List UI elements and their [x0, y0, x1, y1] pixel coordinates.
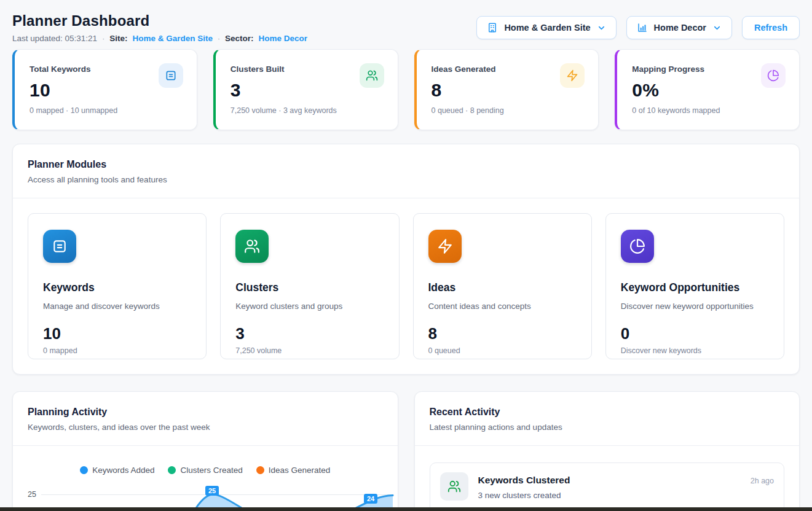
- bar-chart-icon: [637, 22, 648, 33]
- stat-caption: 0 mapped · 10 unmapped: [30, 106, 183, 115]
- planner-modules-panel: Planner Modules Access all planning tool…: [12, 144, 800, 375]
- activity-timestamp: 2h ago: [751, 477, 774, 485]
- module-caption: Discover new keywords: [621, 346, 769, 355]
- chart-legend: Keywords Added Clusters Created Ideas Ge…: [13, 466, 398, 475]
- sector-label: Sector:: [225, 34, 254, 43]
- module-value: 10: [43, 324, 191, 343]
- module-title: Keyword Opportunities: [621, 281, 769, 294]
- activity-item-keywords-clustered: Keywords Clustered 2h ago 3 new clusters…: [430, 462, 785, 511]
- legend-dot-icon: [256, 466, 264, 474]
- module-card-clusters[interactable]: Clusters Keyword clusters and groups 3 7…: [220, 213, 399, 359]
- planning-activity-title: Planning Activity: [28, 407, 383, 418]
- module-value: 3: [235, 324, 384, 343]
- stat-card-mapping-progress: Mapping Progress 0% 0 of 10 keywords map…: [615, 49, 800, 130]
- legend-dot-icon: [168, 466, 176, 474]
- recent-activity-panel: Recent Activity Latest planning actions …: [414, 391, 800, 511]
- legend-item-clusters-created[interactable]: Clusters Created: [168, 466, 242, 475]
- document-icon: [43, 230, 76, 263]
- site-label: Site:: [109, 34, 127, 43]
- legend-label: Keywords Added: [92, 466, 154, 475]
- module-description: Content ideas and concepts: [428, 302, 577, 311]
- taskbar-edge: [0, 507, 812, 511]
- users-icon: [360, 63, 384, 88]
- chevron-down-icon: [597, 23, 606, 33]
- users-icon: [235, 230, 269, 263]
- legend-dot-icon: [80, 466, 88, 474]
- site-selector-value: Home & Garden Site: [504, 23, 590, 33]
- module-value: 8: [428, 324, 577, 343]
- sector-selector-dropdown[interactable]: Home Decor: [626, 16, 732, 39]
- activity-body: Keywords Clustered 2h ago 3 new clusters…: [478, 472, 775, 500]
- data-label-badge: 25: [205, 486, 219, 496]
- modules-panel-header: Planner Modules Access all planning tool…: [13, 144, 799, 198]
- stat-caption: 0 of 10 keywords mapped: [632, 106, 786, 115]
- users-icon: [440, 472, 468, 501]
- sector-link[interactable]: Home Decor: [258, 34, 307, 43]
- pie-chart-icon: [761, 63, 786, 88]
- activity-title: Keywords Clustered: [478, 475, 570, 486]
- planning-activity-subtitle: Keywords, clusters, and ideas over the p…: [28, 423, 383, 432]
- planning-activity-panel: Planning Activity Keywords, clusters, an…: [12, 391, 398, 511]
- pie-chart-icon: [621, 230, 654, 263]
- module-value: 0: [621, 324, 769, 343]
- divider: [13, 445, 398, 446]
- activity-top-row: Keywords Clustered 2h ago: [478, 475, 775, 486]
- stat-card-clusters-built: Clusters Built 3 7,250 volume · 3 avg ke…: [213, 49, 398, 130]
- site-selector-dropdown[interactable]: Home & Garden Site: [476, 16, 616, 39]
- legend-label: Ideas Generated: [269, 466, 331, 475]
- bottom-row: Planning Activity Keywords, clusters, an…: [12, 391, 800, 511]
- stat-card-total-keywords: Total Keywords 10 0 mapped · 10 unmapped: [12, 49, 197, 130]
- module-caption: 7,250 volume: [235, 346, 384, 355]
- stat-caption: 0 queued · 8 pending: [432, 106, 585, 115]
- lightning-icon: [428, 230, 462, 263]
- modules-panel-title: Planner Modules: [28, 159, 784, 170]
- site-link[interactable]: Home & Garden Site: [132, 34, 213, 43]
- module-description: Keyword clusters and groups: [235, 302, 384, 311]
- module-title: Clusters: [235, 281, 384, 294]
- module-card-keywords[interactable]: Keywords Manage and discover keywords 10…: [28, 213, 207, 359]
- sector-selector-value: Home Decor: [654, 23, 706, 33]
- document-icon: [159, 63, 183, 88]
- data-label-badge: 24: [364, 494, 377, 504]
- building-icon: [487, 22, 498, 33]
- last-updated-text: Last updated: 05:31:21: [12, 34, 97, 43]
- lightning-icon: [560, 63, 585, 88]
- refresh-button-label: Refresh: [754, 23, 787, 33]
- module-title: Ideas: [428, 281, 577, 294]
- legend-label: Clusters Created: [180, 466, 242, 475]
- stat-card-ideas-generated: Ideas Generated 8 0 queued · 8 pending: [414, 49, 599, 130]
- meta-separator: ·: [102, 34, 104, 43]
- header-left: Planner Dashboard Last updated: 05:31:21…: [12, 12, 307, 43]
- stat-caption: 7,250 volume · 3 avg keywords: [231, 106, 384, 115]
- activity-description: 3 new clusters created: [478, 491, 775, 500]
- page-title: Planner Dashboard: [12, 12, 307, 29]
- header-actions: Home & Garden Site Home Decor Refresh: [476, 16, 800, 39]
- chevron-down-icon: [712, 23, 722, 33]
- modules-panel-subtitle: Access all planning tools and features: [28, 175, 784, 184]
- module-description: Discover new keyword opportunities: [621, 302, 769, 311]
- activity-list: Keywords Clustered 2h ago 3 new clusters…: [415, 446, 800, 511]
- module-description: Manage and discover keywords: [43, 302, 191, 311]
- module-card-ideas[interactable]: Ideas Content ideas and concepts 8 0 que…: [413, 213, 592, 359]
- modules-grid: Keywords Manage and discover keywords 10…: [13, 198, 799, 374]
- legend-item-keywords-added[interactable]: Keywords Added: [80, 466, 154, 475]
- page-header: Planner Dashboard Last updated: 05:31:21…: [12, 12, 800, 43]
- recent-activity-subtitle: Latest planning actions and updates: [430, 423, 785, 432]
- stats-row: Total Keywords 10 0 mapped · 10 unmapped…: [12, 49, 800, 130]
- planning-activity-header: Planning Activity Keywords, clusters, an…: [13, 392, 398, 445]
- module-card-keyword-opportunities[interactable]: Keyword Opportunities Discover new keywo…: [605, 213, 784, 359]
- header-meta: Last updated: 05:31:21 · Site: Home & Ga…: [12, 34, 307, 43]
- meta-separator: ·: [218, 34, 220, 43]
- recent-activity-header: Recent Activity Latest planning actions …: [415, 392, 800, 445]
- module-title: Keywords: [43, 281, 191, 294]
- recent-activity-title: Recent Activity: [430, 407, 785, 418]
- legend-item-ideas-generated[interactable]: Ideas Generated: [256, 466, 331, 475]
- module-caption: 0 queued: [428, 346, 577, 355]
- refresh-button[interactable]: Refresh: [742, 16, 800, 39]
- module-caption: 0 mapped: [43, 346, 191, 355]
- planner-dashboard-page: Planner Dashboard Last updated: 05:31:21…: [0, 0, 812, 511]
- y-axis-tick: 25: [28, 490, 36, 499]
